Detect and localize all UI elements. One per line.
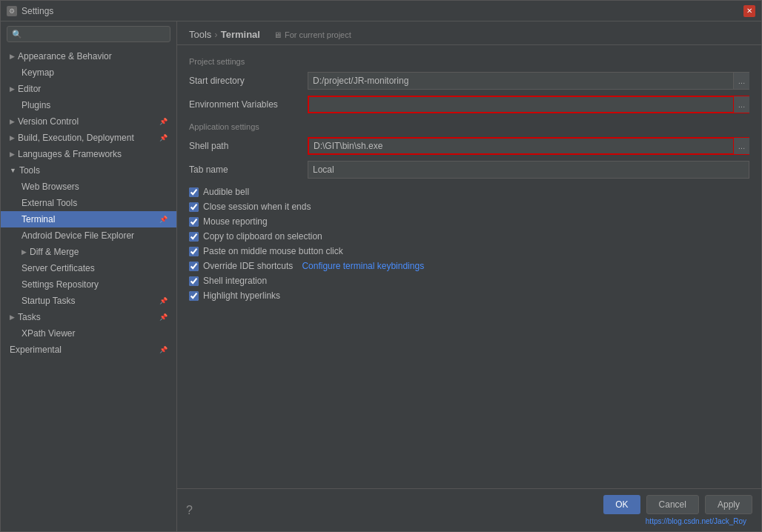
sidebar-item-appearance[interactable]: ▶ Appearance & Behavior (1, 48, 176, 64)
start-directory-browse-button[interactable]: … (733, 72, 749, 90)
sidebar-item-plugins[interactable]: Plugins (1, 97, 176, 113)
audible-bell-checkbox[interactable] (189, 187, 199, 197)
sidebar-item-label: Android Device File Explorer (21, 230, 134, 241)
expand-icon: ▶ (21, 248, 27, 256)
sidebar-item-external-tools[interactable]: External Tools (1, 195, 176, 211)
sidebar-item-build[interactable]: ▶ Build, Execution, Deployment 📌 (1, 130, 176, 146)
checkbox-copy-clipboard: Copy to clipboard on selection (189, 229, 749, 244)
copy-clipboard-label: Copy to clipboard on selection (203, 231, 322, 242)
checkbox-paste-middle: Paste on middle mouse button click (189, 244, 749, 259)
sidebar-item-version-control[interactable]: ▶ Version Control 📌 (1, 113, 176, 130)
env-variables-browse-button[interactable]: … (733, 96, 749, 113)
breadcrumb: Tools › Terminal (189, 29, 260, 40)
start-directory-wrap: … (308, 72, 749, 90)
main-panel: Tools › Terminal 🖥 For current project P… (177, 21, 761, 531)
sidebar-item-label: Server Certificates (21, 263, 95, 273)
env-variables-label: Environment Variables (189, 99, 308, 110)
sidebar-item-diff-merge[interactable]: ▶ Diff & Merge (1, 244, 176, 260)
mouse-reporting-checkbox[interactable] (189, 217, 199, 227)
checkbox-highlight-hyperlinks: Highlight hyperlinks (189, 288, 749, 303)
monitor-icon: 🖥 (274, 30, 282, 39)
pin-icon: 📌 (159, 118, 168, 125)
sidebar-item-label: Tools (19, 165, 40, 176)
shell-path-wrap: … (308, 137, 749, 155)
pin-icon: 📌 (159, 134, 168, 142)
sidebar-item-label: Web Browsers (21, 182, 79, 192)
start-directory-row: Start directory … (189, 72, 749, 90)
sidebar-item-web-browsers[interactable]: Web Browsers (1, 179, 176, 195)
checkbox-mouse-reporting: Mouse reporting (189, 214, 749, 229)
sidebar-item-android-device[interactable]: Android Device File Explorer (1, 227, 176, 244)
copy-clipboard-checkbox[interactable] (189, 232, 199, 242)
search-input[interactable] (25, 29, 165, 39)
highlight-hyperlinks-checkbox[interactable] (189, 291, 199, 301)
search-icon: 🔍 (12, 30, 22, 39)
tab-name-wrap (308, 161, 749, 179)
search-box[interactable]: 🔍 (7, 26, 170, 42)
sidebar-item-tasks[interactable]: ▶ Tasks 📌 (1, 309, 176, 325)
sidebar-item-xpath-viewer[interactable]: XPath Viewer (1, 325, 176, 342)
window-title: Settings (21, 6, 53, 16)
paste-middle-checkbox[interactable] (189, 247, 199, 256)
sidebar-item-server-certs[interactable]: Server Certificates (1, 260, 176, 276)
env-variables-input[interactable] (308, 96, 749, 113)
sidebar-item-tools[interactable]: ▼ Tools (1, 162, 176, 179)
paste-middle-label: Paste on middle mouse button click (203, 246, 343, 256)
sidebar-item-experimental[interactable]: Experimental 📌 (1, 342, 176, 358)
breadcrumb-current: Terminal (221, 29, 260, 40)
title-bar-left: ⚙ Settings (7, 6, 53, 16)
sidebar-item-terminal[interactable]: Terminal 📌 (1, 211, 176, 227)
sidebar-item-label: Tasks (18, 312, 41, 322)
sidebar-item-label: Keymap (21, 67, 54, 78)
expand-icon: ▶ (10, 53, 15, 60)
shell-path-input[interactable] (308, 137, 749, 155)
shell-integration-label: Shell integration (203, 276, 267, 286)
bottom-bar: ? OK Cancel Apply https://blog.csdn.net/… (177, 488, 761, 531)
pin-icon: 📌 (159, 297, 168, 305)
configure-keybindings-link[interactable]: Configure terminal keybindings (302, 261, 424, 271)
sidebar-item-startup-tasks[interactable]: Startup Tasks 📌 (1, 293, 176, 309)
override-ide-checkbox[interactable] (189, 262, 199, 271)
close-session-label: Close session when it ends (203, 202, 311, 212)
pin-icon: 📌 (159, 346, 168, 353)
sidebar-item-label: Terminal (21, 214, 55, 225)
sidebar-item-label: Startup Tasks (21, 296, 75, 306)
sidebar-item-languages[interactable]: ▶ Languages & Frameworks (1, 146, 176, 162)
sidebar-item-label: Plugins (21, 100, 50, 110)
close-button[interactable]: ✕ (743, 5, 755, 17)
bottom-buttons: OK Cancel Apply (603, 495, 752, 514)
project-settings-label: Project settings (189, 57, 749, 66)
start-directory-label: Start directory (189, 76, 308, 86)
start-directory-input[interactable] (308, 72, 749, 90)
tab-name-label: Tab name (189, 164, 308, 175)
sidebar-item-keymap[interactable]: Keymap (1, 64, 176, 81)
shell-path-label: Shell path (189, 141, 308, 151)
sidebar-item-label: Build, Execution, Deployment (18, 133, 134, 143)
help-button[interactable]: ? (186, 504, 193, 517)
sidebar-item-label: Version Control (18, 116, 79, 127)
shell-path-browse-button[interactable]: … (733, 137, 749, 155)
close-session-checkbox[interactable] (189, 202, 199, 212)
pin-icon: 📌 (159, 313, 168, 321)
highlight-hyperlinks-label: Highlight hyperlinks (203, 290, 280, 301)
application-settings-label: Application settings (189, 122, 749, 131)
audible-bell-label: Audible bell (203, 187, 249, 197)
cancel-button[interactable]: Cancel (646, 495, 699, 514)
pin-icon: 📌 (159, 216, 168, 223)
sidebar-item-label: Diff & Merge (30, 247, 79, 257)
ok-button[interactable]: OK (603, 495, 640, 514)
mouse-reporting-label: Mouse reporting (203, 216, 268, 227)
sidebar-item-label: XPath Viewer (21, 328, 76, 339)
main-content: 🔍 ▶ Appearance & Behavior Keymap ▶ Edito… (1, 21, 761, 531)
tab-name-input[interactable] (308, 161, 749, 179)
panel-body: Project settings Start directory … Envir… (177, 45, 761, 488)
sidebar-item-settings-repo[interactable]: Settings Repository (1, 276, 176, 293)
apply-button[interactable]: Apply (705, 495, 752, 514)
panel-header: Tools › Terminal 🖥 For current project (177, 21, 761, 45)
shell-integration-checkbox[interactable] (189, 276, 199, 286)
shell-path-row: Shell path … (189, 137, 749, 155)
sidebar-item-label: Editor (18, 84, 41, 94)
settings-icon: ⚙ (7, 6, 17, 16)
sidebar-item-editor[interactable]: ▶ Editor (1, 81, 176, 97)
tab-name-row: Tab name (189, 161, 749, 179)
